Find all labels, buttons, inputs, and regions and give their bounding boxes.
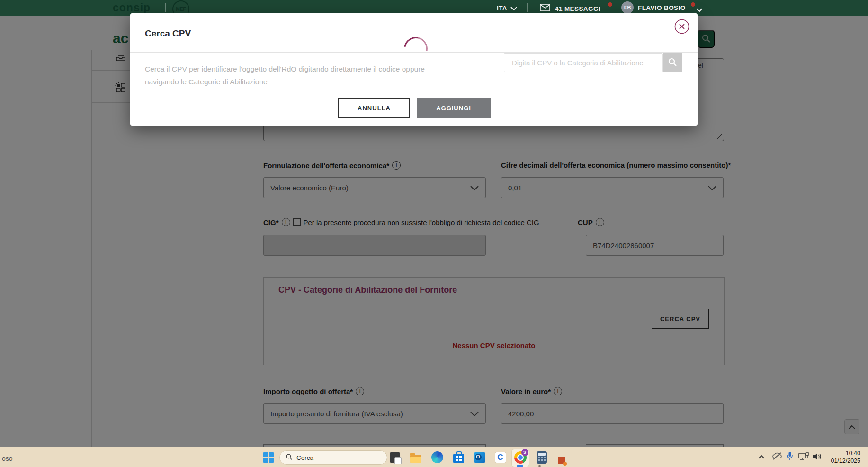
close-icon [674,29,690,36]
annulla-button[interactable]: ANNULLA [338,98,410,118]
running-indicator [517,465,523,467]
modal-title: Cerca CPV [145,28,191,39]
avatar: FB [621,1,634,14]
user-menu[interactable]: FB FLAVIO BOSIO [621,1,686,14]
divider [527,3,528,12]
envelope-icon [540,4,550,13]
edge-icon[interactable] [431,451,444,464]
pinned-app-icon[interactable] [555,454,568,467]
microphone-icon[interactable] [787,451,793,463]
search-icon [286,453,293,462]
chrome-icon[interactable]: S [514,451,527,464]
microsoft-store-icon[interactable] [452,451,465,464]
profile-badge: S [521,449,528,456]
taskbar-clock[interactable]: 10:40 01/12/2025 [831,449,860,465]
file-explorer-icon[interactable] [409,451,422,464]
task-view-icon[interactable] [388,451,401,464]
consip-logo: consip [113,1,151,14]
running-indicator [538,465,541,467]
cpv-search-button[interactable] [663,53,682,72]
calculator-icon[interactable] [535,451,548,464]
divider [165,3,166,12]
search-icon [668,57,677,68]
clock-time: 10:40 [831,449,860,457]
chevron-down-icon [510,4,517,12]
browser-status-text: oso [2,455,13,462]
cpv-search-input[interactable] [504,53,663,72]
onedrive-paused-icon[interactable] [772,452,782,462]
tray-chevron-up-icon[interactable] [758,453,765,461]
citrix-icon[interactable]: C [494,451,507,464]
notification-dot [691,2,695,7]
aggiungi-button[interactable]: AGGIUNGI [417,98,491,118]
messages-menu[interactable]: 41 MESSAGGI [540,4,600,13]
windows-logo-icon [263,452,274,463]
volume-icon[interactable] [812,452,823,463]
chevron-down-icon[interactable] [696,5,703,14]
language-selector[interactable]: ITA [497,4,517,12]
windows-taskbar: oso Cerca C S [0,447,868,467]
close-button[interactable] [674,18,690,35]
outlook-icon[interactable] [473,451,486,464]
taskbar-search[interactable]: Cerca [279,450,387,465]
network-icon[interactable] [798,452,810,463]
start-button[interactable] [262,451,275,464]
notification-dot [608,2,612,7]
clock-date: 01/12/2025 [831,457,860,465]
screen: ac el Formulazione dell'offerta ec [0,0,868,467]
cerca-cpv-modal: Cerca CPV Cerca il CPV per identificare … [130,13,698,126]
loading-spinner-icon [399,32,432,65]
modal-description: Cerca il CPV per identificare l'oggetto … [145,63,453,88]
